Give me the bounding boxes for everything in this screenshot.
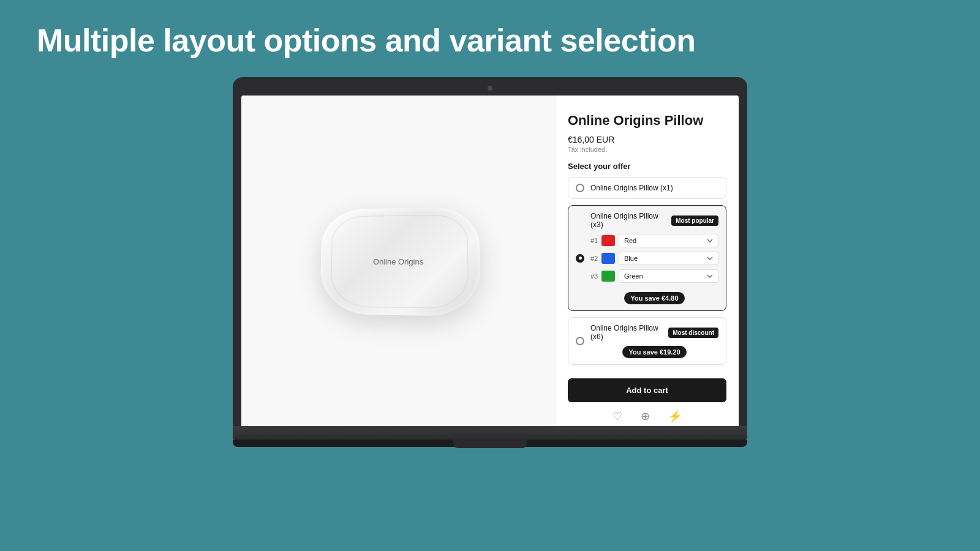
- laptop-bottom: [233, 440, 747, 447]
- product-title: Online Origins Pillow: [568, 113, 726, 129]
- variant-select-3[interactable]: Red Blue Green: [619, 269, 718, 283]
- pillow-container: Online Origins: [241, 96, 555, 426]
- variant-selectors: #1 Red Blue Green #2: [590, 229, 718, 287]
- savings-x3-row: You save €4.80: [590, 290, 718, 304]
- variant-number-1: #1: [590, 237, 601, 244]
- product-details-panel: Online Origins Pillow €16,00 EUR Tax inc…: [555, 96, 739, 426]
- offer-option-x6[interactable]: Online Origins Pillow (x6) Most discount…: [568, 317, 726, 365]
- variant-row-3: #3 Red Blue Green: [590, 269, 718, 283]
- radio-x3: [576, 254, 584, 263]
- laptop-stand: [453, 440, 527, 448]
- offer-x3-name: Online Origins Pillow (x3): [590, 212, 671, 229]
- variant-select-1[interactable]: Red Blue Green: [619, 234, 718, 247]
- laptop-mockup: Online Origins Online Origins Pillow €16…: [233, 77, 747, 447]
- laptop-base: [233, 426, 747, 440]
- savings-badge-x3: You save €4.80: [624, 292, 684, 304]
- product-image-label: Online Origins: [373, 256, 423, 265]
- variant-row-2: #2 Red Blue Green: [590, 252, 718, 265]
- offer-option-x3[interactable]: Online Origins Pillow (x3) Most popular …: [568, 205, 726, 311]
- savings-x6-row: You save €19.20: [590, 343, 718, 358]
- variant-number-3: #3: [590, 272, 601, 280]
- product-image-area: Online Origins: [241, 96, 555, 426]
- radio-x6: [576, 337, 584, 345]
- variant-swatch-blue: [601, 253, 615, 264]
- offer-x6-inner: Online Origins Pillow (x6) Most discount…: [590, 324, 718, 358]
- product-image: Online Origins: [320, 206, 480, 317]
- savings-badge-x6: You save €19.20: [622, 346, 686, 358]
- page-header: Multiple layout options and variant sele…: [0, 0, 980, 71]
- add-to-cart-button[interactable]: Add to cart: [568, 378, 726, 402]
- tax-info: Tax included.: [568, 146, 726, 153]
- variant-swatch-green: [601, 271, 615, 282]
- offer-x1-name: Online Origins Pillow (x1): [590, 184, 718, 192]
- radio-x1: [576, 184, 584, 192]
- offer-option-x1[interactable]: Online Origins Pillow (x1): [568, 177, 726, 199]
- laptop-camera: [488, 86, 492, 91]
- page-title: Multiple layout options and variant sele…: [37, 22, 943, 59]
- offer-x3-inner: Online Origins Pillow (x3) Most popular …: [590, 212, 718, 304]
- variant-row-1: #1 Red Blue Green: [590, 234, 718, 247]
- quickbuy-icon[interactable]: ⚡: [668, 410, 682, 423]
- wishlist-icon[interactable]: ♡: [612, 410, 622, 423]
- laptop-screen: Online Origins Online Origins Pillow €16…: [241, 96, 739, 426]
- variant-swatch-red: [601, 235, 615, 246]
- compare-icon[interactable]: ⊕: [641, 410, 650, 423]
- offer-x6-name: Online Origins Pillow (x6): [590, 324, 668, 341]
- variant-number-2: #2: [590, 255, 601, 262]
- variant-select-2[interactable]: Red Blue Green: [619, 252, 718, 265]
- product-price: €16,00 EUR: [568, 135, 726, 144]
- action-icons: ♡ ⊕ ⚡: [568, 402, 726, 423]
- select-offer-label: Select your offer: [568, 162, 726, 171]
- laptop-shell: Online Origins Online Origins Pillow €16…: [233, 77, 747, 426]
- badge-popular: Most popular: [671, 216, 718, 226]
- badge-discount: Most discount: [668, 328, 718, 338]
